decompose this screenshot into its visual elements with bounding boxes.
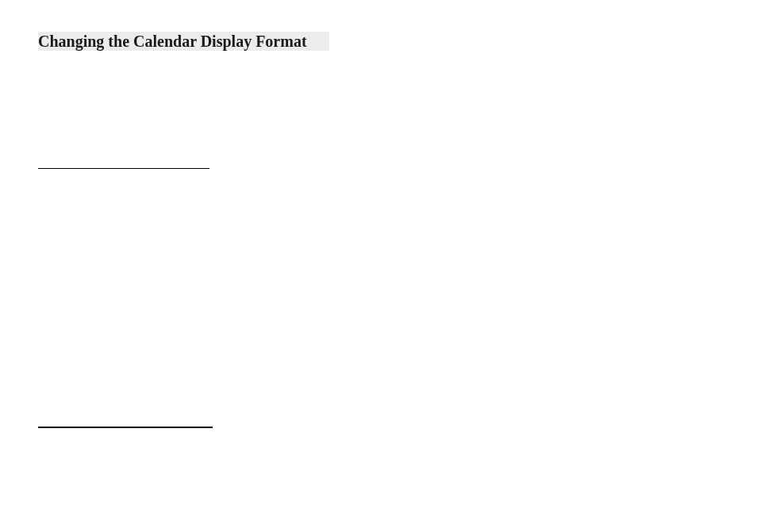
page-heading-container: Changing the Calendar Display Format [38,32,329,51]
divider-line-lower [38,427,213,428]
divider-line-upper [38,168,209,169]
page-heading: Changing the Calendar Display Format [38,33,307,50]
